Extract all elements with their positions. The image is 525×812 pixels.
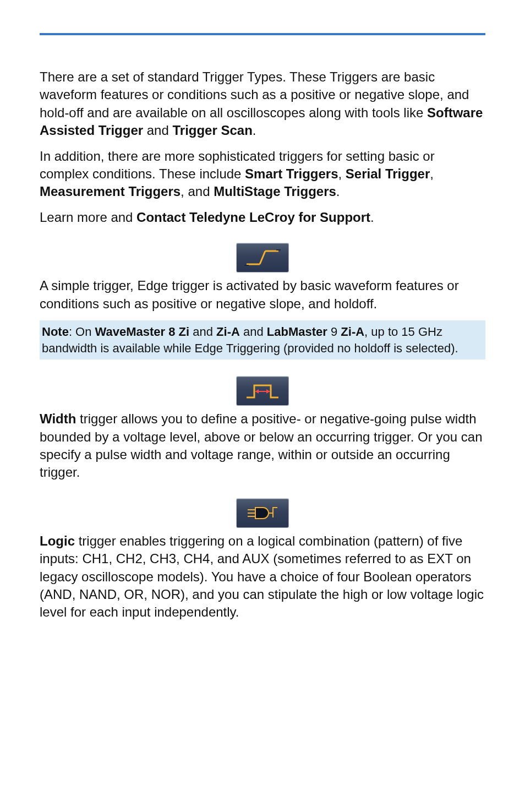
text-bold: Smart Triggers <box>245 166 338 181</box>
text-bold: Zi-A <box>216 325 240 339</box>
edge-body: A simple trigger, Edge trigger is activa… <box>40 277 485 313</box>
edge-trigger-icon <box>236 243 289 273</box>
svg-line-1 <box>260 251 265 264</box>
text: , and <box>181 184 214 199</box>
text: . <box>336 184 340 199</box>
width-body: trigger allows you to define a positive-… <box>40 411 483 479</box>
text-bold: Trigger Scan <box>172 123 252 138</box>
top-divider <box>40 33 485 35</box>
intro-paragraph-1: There are a set of standard Trigger Type… <box>40 68 485 140</box>
text: , <box>338 166 346 181</box>
width-trigger-icon <box>236 376 289 406</box>
text-bold: Measurement Triggers <box>40 184 181 199</box>
logic-icon-wrap <box>40 498 485 528</box>
text: and <box>189 325 216 339</box>
text: 9 <box>327 325 341 339</box>
logic-body: trigger enables triggering on a logical … <box>40 533 484 620</box>
text: . <box>370 210 374 225</box>
logic-paragraph: Logic trigger enables triggering on a lo… <box>40 532 485 622</box>
width-icon-wrap <box>40 376 485 406</box>
intro-paragraph-3: Learn more and Contact Teledyne LeCroy f… <box>40 209 485 226</box>
text-bold: MultiStage Triggers <box>214 184 336 199</box>
intro-paragraph-2: In addition, there are more sophisticate… <box>40 148 485 201</box>
note-label: Note <box>42 325 69 339</box>
text: and <box>240 325 267 339</box>
edge-note: Note: On WaveMaster 8 Zi and Zi-A and La… <box>40 320 485 359</box>
text: , <box>430 166 434 181</box>
text-bold: Serial Trigger <box>346 166 430 181</box>
logic-lead: Logic <box>40 533 75 548</box>
text: . <box>253 123 256 138</box>
svg-marker-6 <box>255 389 259 394</box>
text-bold: Zi-A <box>341 325 364 339</box>
width-paragraph: Width trigger allows you to define a pos… <box>40 410 485 482</box>
edge-icon-wrap <box>40 243 485 273</box>
width-lead: Width <box>40 411 76 426</box>
logic-trigger-icon <box>236 498 289 528</box>
text-bold: LabMaster <box>267 325 327 339</box>
text: There are a set of standard Trigger Type… <box>40 69 469 120</box>
text: Learn more and <box>40 210 136 225</box>
text-bold: WaveMaster 8 Zi <box>95 325 190 339</box>
text: and <box>143 123 172 138</box>
svg-marker-7 <box>266 389 270 394</box>
text: : On <box>69 325 95 339</box>
text-bold: Contact Teledyne LeCroy for Support <box>136 210 370 225</box>
